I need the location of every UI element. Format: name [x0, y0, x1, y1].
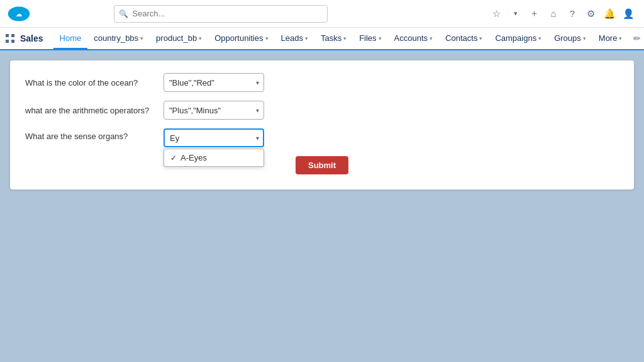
top-bar: ☁ 🔍 ☆ ▾ ＋ ⌂ ? ⚙ 🔔 👤: [0, 0, 644, 28]
dropdown-item-a-eyes[interactable]: ✓ A-Eyes: [164, 149, 264, 166]
nav-item-groups[interactable]: Groups ▾: [548, 28, 592, 50]
chevron-icon: ▾: [305, 35, 308, 42]
home-icon[interactable]: ⌂: [546, 6, 561, 21]
add-icon[interactable]: ＋: [527, 6, 542, 21]
nav-item-accounts[interactable]: Accounts ▾: [388, 28, 439, 50]
chevron-icon: ▾: [265, 35, 269, 42]
main-content: What is the color of the ocean? "Blue","…: [0, 50, 644, 362]
dropdown-arrow-icon[interactable]: ▾: [508, 6, 523, 21]
form-select-wrap-q3: Ey ▾ ✓ A-Eyes: [164, 128, 264, 147]
search-input[interactable]: [114, 5, 328, 23]
nav-item-files[interactable]: Files ▾: [353, 28, 387, 50]
star-icon[interactable]: ☆: [489, 6, 504, 21]
nav-item-country-bbs[interactable]: country_bbs ▾: [87, 28, 150, 50]
form-label-q3: What are the sense organs?: [25, 132, 164, 141]
search-icon: 🔍: [119, 9, 128, 18]
nav-item-tasks[interactable]: Tasks ▾: [314, 28, 353, 50]
form-select-q3[interactable]: Ey: [164, 128, 264, 147]
nav-bar: Sales Home country_bbs ▾ product_bb ▾ Op…: [0, 28, 644, 50]
salesforce-logo: ☁: [8, 6, 30, 22]
form-row-q1: What is the color of the ocean? "Blue","…: [25, 73, 619, 92]
form-select-q2[interactable]: "Plus","Minus": [164, 101, 264, 120]
help-icon[interactable]: ?: [565, 6, 580, 21]
nav-item-home[interactable]: Home: [53, 28, 88, 50]
nav-item-product-bb[interactable]: product_bb ▾: [150, 28, 208, 50]
form-row-q3: What are the sense organs? Ey ▾ ✓ A-Eyes: [25, 128, 619, 147]
nav-item-more[interactable]: More ▾: [592, 28, 629, 50]
svg-rect-4: [6, 34, 9, 37]
chevron-icon: ▾: [343, 35, 347, 42]
settings-icon[interactable]: ⚙: [584, 6, 599, 21]
nav-items: Home country_bbs ▾ product_bb ▾ Opportun…: [53, 28, 629, 49]
dropdown-item-label: A-Eyes: [180, 153, 207, 162]
chevron-icon: ▾: [479, 35, 482, 42]
svg-text:☁: ☁: [16, 10, 22, 17]
check-icon: ✓: [170, 154, 177, 162]
chevron-icon: ▾: [140, 35, 143, 42]
grid-icon[interactable]: [5, 30, 15, 47]
form-select-q1[interactable]: "Blue","Red": [164, 73, 264, 92]
submit-button[interactable]: Submit: [296, 156, 348, 174]
nav-item-leads[interactable]: Leads ▾: [275, 28, 314, 50]
top-icons: ☆ ▾ ＋ ⌂ ? ⚙ 🔔 👤: [489, 6, 636, 21]
form-card: What is the color of the ocean? "Blue","…: [10, 60, 634, 189]
nav-item-contacts[interactable]: Contacts ▾: [439, 28, 489, 50]
form-label-q2: what are the arithmetic operators?: [25, 106, 164, 115]
nav-item-opportunities[interactable]: Opportunities ▾: [208, 28, 274, 50]
dropdown-menu-q3: ✓ A-Eyes: [164, 149, 264, 167]
form-select-wrap-q1: "Blue","Red" ▾: [164, 73, 264, 92]
form-select-wrap-q2: "Plus","Minus" ▾: [164, 101, 264, 120]
chevron-icon: ▾: [619, 35, 622, 42]
search-bar: 🔍: [114, 5, 328, 23]
form-actions: Submit: [25, 156, 619, 174]
avatar-icon[interactable]: 👤: [621, 6, 636, 21]
app-name: Sales: [20, 33, 43, 43]
svg-rect-5: [11, 34, 14, 37]
svg-rect-7: [11, 40, 14, 43]
form-row-q2: what are the arithmetic operators? "Plus…: [25, 101, 619, 120]
chevron-icon: ▾: [379, 35, 382, 42]
chevron-icon: ▾: [430, 35, 433, 42]
chevron-icon: ▾: [199, 35, 202, 42]
bell-icon[interactable]: 🔔: [602, 6, 618, 21]
form-label-q1: What is the color of the ocean?: [25, 78, 164, 88]
chevron-icon: ▾: [538, 35, 541, 42]
nav-item-campaigns[interactable]: Campaigns ▾: [489, 28, 548, 50]
edit-icon[interactable]: ✏: [633, 33, 641, 43]
svg-rect-6: [6, 40, 9, 43]
chevron-icon: ▾: [583, 35, 586, 42]
